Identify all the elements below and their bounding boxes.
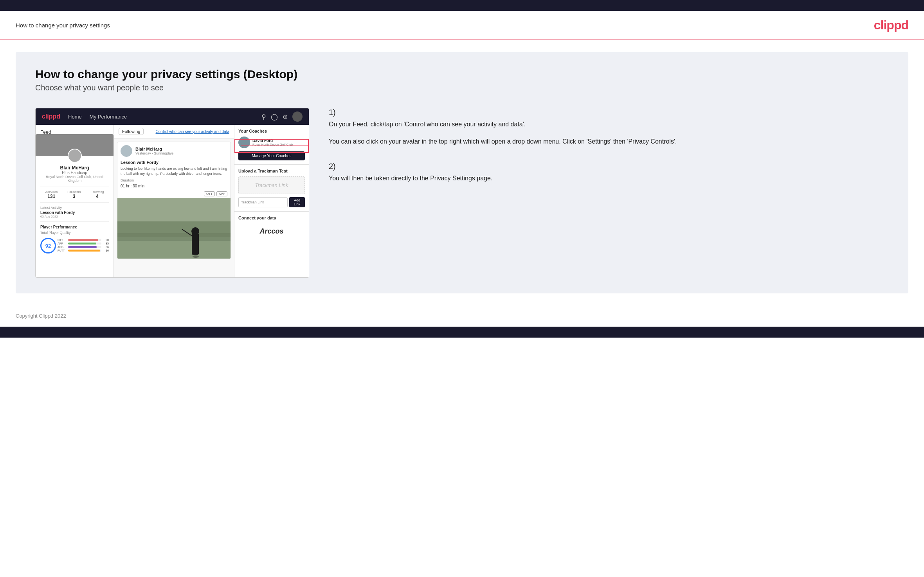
svg-point-4 [193, 255, 199, 258]
tag-ott: OTT [204, 191, 215, 196]
stat-followers-label: Followers [67, 190, 81, 194]
app-body: Feed Blair McHarg Plus Handicap Royal No… [36, 125, 309, 277]
latest-activity-date: 03 Aug 2022 [40, 215, 109, 218]
player-performance-section: Player Performance Total Player Quality … [40, 221, 109, 253]
profile-card: Blair McHarg Plus Handicap Royal North D… [40, 134, 109, 253]
trackman-title: Upload a Trackman Test [238, 169, 305, 173]
footer: Copyright Clippd 2022 [0, 305, 924, 327]
stat-activities-value: 131 [45, 194, 58, 199]
post-duration: Duration [117, 178, 231, 184]
instructions: 1) On your Feed, click/tap on 'Control w… [325, 108, 889, 199]
latest-activity-label: Latest Activity [40, 206, 109, 210]
coaches-title: Your Coaches [238, 129, 305, 133]
stat-followers-value: 3 [67, 194, 81, 199]
copyright: Copyright Clippd 2022 [16, 313, 66, 319]
app-nav-home[interactable]: Home [68, 114, 82, 120]
stat-followers: Followers 3 [67, 190, 81, 199]
left-panel: Feed Blair McHarg Plus Handicap Royal No… [36, 125, 114, 277]
quality-bars: OTT 90 APP 85 [58, 239, 109, 253]
bar-putt: PUTT 96 [58, 249, 109, 252]
tag-app: APP [216, 191, 227, 196]
post-time: 01 hr : 30 min [117, 184, 231, 190]
bar-ott: OTT 90 [58, 239, 109, 241]
bar-ott-label: OTT [58, 239, 67, 241]
latest-activity-section: Latest Activity Lesson with Fordy 03 Aug… [40, 206, 109, 218]
bar-app-track [68, 243, 101, 244]
stat-following-value: 4 [91, 194, 104, 199]
post-tags: OTT APP [117, 190, 231, 198]
latest-activity-name: Lesson with Fordy [40, 210, 109, 215]
stat-activities-label: Activities [45, 190, 58, 194]
step1-num: 1) [329, 108, 889, 117]
quality-circle: 92 [40, 238, 56, 253]
add-link-button[interactable]: Add Link [289, 197, 305, 207]
user-icon[interactable]: ◯ [271, 113, 278, 120]
arccos-logo: Arccos [238, 223, 305, 239]
post-title: Lesson with Fordy [117, 160, 231, 166]
post-meta: Blair McHarg Yesterday · Sunningdale [135, 147, 173, 155]
trackman-input[interactable] [238, 197, 288, 207]
logo: clippd [874, 18, 908, 32]
top-bar [0, 0, 924, 11]
bar-arg-track [68, 246, 101, 248]
svg-rect-2 [117, 233, 231, 241]
profile-banner [36, 134, 113, 156]
search-icon[interactable]: ⚲ [261, 113, 266, 120]
header-title: How to change your privacy settings [16, 22, 110, 29]
step1-para1: On your Feed, click/tap on 'Control who … [329, 119, 889, 129]
step1-para2: You can also click on your avatar in the… [329, 137, 889, 147]
step2-num: 2) [329, 162, 889, 171]
profile-avatar [68, 149, 82, 163]
svg-point-6 [191, 227, 199, 235]
bar-putt-label: PUTT [58, 249, 67, 252]
golf-course-bg [117, 198, 231, 259]
profile-club: Royal North Devon Golf Club, United King… [40, 175, 109, 183]
profile-stats: Activities 131 Followers 3 Following 4 [40, 190, 109, 203]
duration-label: Duration [121, 178, 134, 182]
app-logo: clippd [42, 113, 60, 120]
app-nav-performance[interactable]: My Performance [90, 114, 127, 120]
avatar[interactable] [292, 111, 303, 122]
manage-coaches-button[interactable]: Manage Your Coaches [238, 151, 305, 160]
quality-row: 92 OTT 90 APP [40, 238, 109, 253]
trackman-section: Upload a Trackman Test Trackman Link Add… [234, 165, 309, 212]
feed-post: Blair McHarg Yesterday · Sunningdale Les… [117, 142, 231, 259]
coach-name: David Ford [252, 138, 293, 143]
bar-app-val: 85 [103, 242, 109, 245]
post-header: Blair McHarg Yesterday · Sunningdale [117, 142, 231, 160]
right-panel: Your Coaches David Ford Royal North Devo… [234, 125, 309, 277]
trackman-input-row: Add Link [238, 197, 305, 207]
step2-text: You will then be taken directly to the P… [329, 173, 889, 183]
app-screenshot: clippd Home My Performance ⚲ ◯ ⊕ Feed [35, 108, 309, 278]
post-image [117, 198, 231, 259]
svg-rect-3 [117, 198, 231, 221]
privacy-link[interactable]: Control who can see your activity and da… [156, 129, 229, 134]
profile-info: Blair McHarg Plus Handicap Royal North D… [40, 165, 109, 187]
post-description: Looking to feel like my hands are exitin… [117, 166, 231, 178]
coach-item: David Ford Royal North Devon Golf Club [238, 137, 305, 148]
page-subtitle: Choose what you want people to see [35, 83, 889, 92]
following-bar: Following Control who can see your activ… [114, 125, 234, 138]
bar-ott-val: 90 [103, 239, 109, 241]
profile-handicap: Plus Handicap [40, 171, 109, 175]
main-content: How to change your privacy settings (Des… [16, 52, 908, 293]
bar-arg-label: ARG [58, 246, 67, 248]
coach-info: David Ford Royal North Devon Golf Club [252, 138, 293, 146]
post-author: Blair McHarg [135, 147, 173, 151]
red-arrow-line [241, 146, 309, 146]
post-date: Yesterday · Sunningdale [135, 151, 173, 155]
instruction-step2: 2) You will then be taken directly to th… [329, 162, 889, 183]
trackman-link-placeholder: Trackman Link [238, 176, 305, 194]
bar-putt-track [68, 250, 101, 252]
bar-putt-val: 96 [103, 249, 109, 252]
following-button[interactable]: Following [119, 128, 144, 135]
bar-arg-val: 86 [103, 246, 109, 248]
bar-arg: ARG 86 [58, 246, 109, 248]
stat-following-label: Following [91, 190, 104, 194]
coach-avatar [238, 137, 250, 148]
bar-app: APP 85 [58, 242, 109, 245]
content-row: clippd Home My Performance ⚲ ◯ ⊕ Feed [35, 108, 889, 278]
bar-app-label: APP [58, 242, 67, 245]
player-quality-label: Total Player Quality [40, 231, 109, 235]
plus-icon[interactable]: ⊕ [283, 113, 288, 120]
